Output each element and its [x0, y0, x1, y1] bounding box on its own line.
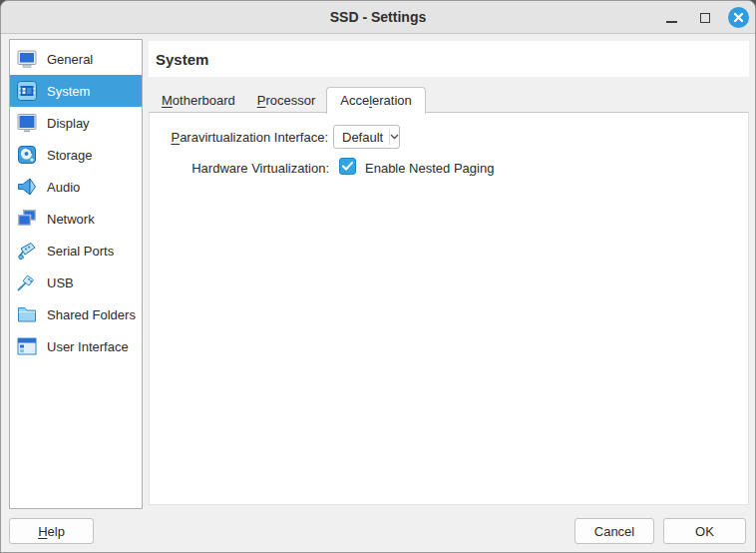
- page-header: System: [149, 41, 749, 77]
- titlebar[interactable]: SSD - Settings: [1, 1, 755, 34]
- sidebar-item-label: USB: [47, 276, 74, 290]
- display-icon: [16, 112, 38, 134]
- sidebar-item-label: Network: [47, 212, 95, 227]
- page-title: System: [156, 51, 208, 68]
- sidebar-item-usb[interactable]: USB: [10, 267, 142, 298]
- system-icon: [16, 80, 38, 102]
- tab-motherboard[interactable]: Motherboard: [151, 90, 246, 113]
- system-tabs: Motherboard Processor Acceleration: [149, 87, 426, 113]
- serial-ports-icon: [16, 240, 38, 262]
- window-controls: [660, 1, 749, 34]
- check-icon: [342, 162, 353, 171]
- sidebar-item-label: Display: [47, 116, 90, 131]
- settings-category-list: General System Display: [9, 39, 143, 509]
- maximize-icon[interactable]: [694, 7, 716, 29]
- sidebar-item-shared-folders[interactable]: Shared Folders: [10, 298, 142, 330]
- close-icon[interactable]: [728, 7, 749, 28]
- nested-paging-checkbox[interactable]: [339, 158, 356, 175]
- audio-icon: [16, 176, 38, 198]
- sidebar-item-general[interactable]: General: [10, 43, 142, 75]
- sidebar-item-display[interactable]: Display: [10, 107, 142, 139]
- sidebar-item-label: Audio: [47, 180, 80, 195]
- sidebar-item-audio[interactable]: Audio: [10, 171, 142, 203]
- sidebar-item-label: Serial Ports: [47, 244, 114, 259]
- settings-dialog: SSD - Settings General: [0, 0, 756, 553]
- paravirtualization-select-value: Default: [334, 130, 389, 145]
- tab-processor[interactable]: Processor: [246, 90, 327, 113]
- sidebar-item-label: Storage: [47, 148, 93, 163]
- usb-icon: [16, 272, 38, 293]
- ok-button[interactable]: OK: [663, 518, 746, 544]
- chevron-down-icon: [389, 129, 399, 145]
- sidebar-item-storage[interactable]: Storage: [10, 139, 142, 171]
- sidebar-item-serial-ports[interactable]: Serial Ports: [10, 235, 142, 267]
- sidebar-item-label: General: [47, 52, 93, 67]
- sidebar-item-network[interactable]: Network: [10, 203, 142, 235]
- sidebar-item-label: System: [47, 84, 90, 99]
- user-interface-icon: [16, 335, 38, 357]
- window-title: SSD - Settings: [1, 1, 755, 33]
- nested-paging-checkbox-label[interactable]: Enable Nested Paging: [365, 161, 494, 176]
- general-icon: [16, 48, 38, 70]
- acceleration-pane: Paravirtualization Interface: Default Ha…: [149, 112, 749, 505]
- hardware-virtualization-label: Hardware Virtualization:: [150, 161, 329, 176]
- storage-icon: [16, 144, 38, 166]
- sidebar-item-label: Shared Folders: [47, 307, 136, 322]
- minimize-icon[interactable]: [660, 7, 682, 29]
- shared-folders-icon: [16, 303, 38, 325]
- help-button[interactable]: Help: [9, 518, 94, 544]
- network-icon: [16, 208, 38, 230]
- sidebar-item-system[interactable]: System: [10, 75, 142, 107]
- paravirtualization-interface-label: Paravirtualization Interface:: [150, 130, 328, 145]
- tab-acceleration[interactable]: Acceleration: [326, 87, 426, 114]
- sidebar-item-label: User Interface: [47, 339, 129, 354]
- sidebar-item-user-interface[interactable]: User Interface: [10, 330, 142, 362]
- paravirtualization-select[interactable]: Default: [333, 125, 400, 149]
- cancel-button[interactable]: Cancel: [574, 518, 654, 544]
